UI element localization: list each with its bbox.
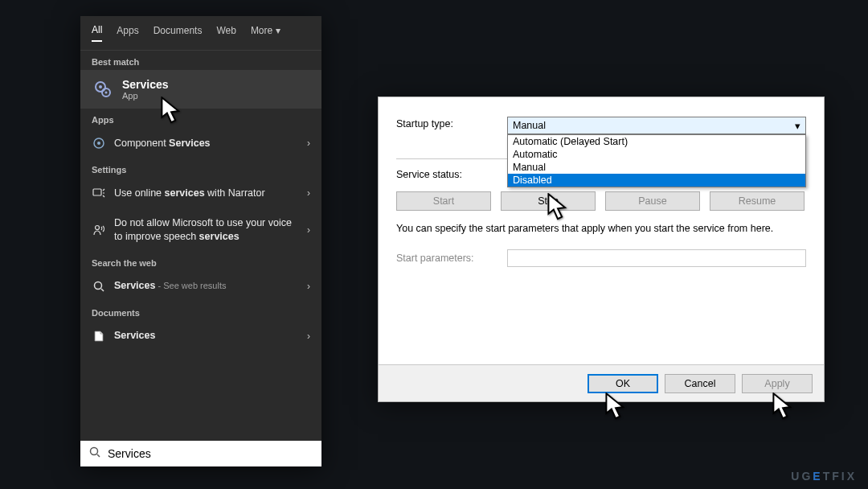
best-match-item[interactable]: Services App	[80, 70, 321, 109]
cancel-button[interactable]: Cancel	[665, 374, 735, 393]
combo-option-automatic[interactable]: Automatic	[508, 148, 805, 161]
chevron-right-icon: ›	[307, 187, 310, 199]
start-parameters-input	[507, 249, 806, 267]
svg-line-9	[101, 289, 104, 291]
start-parameters-label: Start parameters:	[396, 253, 497, 264]
stop-button[interactable]: Stop	[501, 191, 596, 211]
svg-point-2	[99, 85, 102, 88]
documents-header: Documents	[80, 302, 321, 321]
document-item-services[interactable]: Services ›	[80, 321, 321, 351]
setting-item-narrator[interactable]: Use online services with Narrator ›	[80, 178, 321, 208]
resume-button[interactable]: Resume	[710, 191, 805, 211]
watermark: UGETFIX	[791, 470, 857, 483]
service-status-label: Service status:	[396, 169, 497, 180]
combo-option-disabled[interactable]: Disabled	[508, 174, 805, 187]
start-button[interactable]: Start	[396, 191, 491, 211]
chevron-down-icon: ▾	[795, 120, 800, 132]
svg-point-8	[95, 281, 102, 289]
chevron-down-icon: ▾	[276, 25, 280, 36]
parameters-hint: You can specify the start parameters tha…	[396, 222, 806, 236]
best-match-header: Best match	[80, 51, 321, 70]
service-properties-dialog: Startup type: Manual ▾ Automatic (Delaye…	[378, 97, 825, 402]
tab-more[interactable]: More ▾	[251, 25, 280, 41]
search-box[interactable]	[80, 441, 321, 466]
best-match-title: Services	[122, 78, 169, 91]
start-menu-panel: All Apps Documents Web More ▾ Best match…	[80, 16, 321, 466]
tab-all[interactable]: All	[92, 24, 102, 42]
tab-web[interactable]: Web	[216, 25, 235, 41]
settings-header: Settings	[80, 158, 321, 178]
svg-rect-6	[93, 189, 101, 195]
start-tabs: All Apps Documents Web More ▾	[80, 16, 321, 51]
chevron-right-icon: ›	[307, 331, 310, 342]
narrator-icon	[92, 186, 106, 200]
app-item-component-services[interactable]: Component Services ›	[80, 128, 321, 158]
search-icon	[92, 279, 106, 294]
ok-button[interactable]: OK	[588, 374, 658, 393]
startup-type-combo[interactable]: Manual ▾ Automatic (Delayed Start) Autom…	[507, 117, 806, 134]
combo-option-manual[interactable]: Manual	[508, 161, 805, 174]
chevron-right-icon: ›	[307, 281, 310, 292]
chevron-right-icon: ›	[307, 138, 310, 149]
web-result-item[interactable]: Services - See web results ›	[80, 271, 321, 302]
best-match-subtitle: App	[122, 91, 169, 101]
web-header: Search the web	[80, 252, 321, 271]
search-icon	[88, 446, 101, 462]
svg-line-11	[97, 454, 100, 457]
apply-button[interactable]: Apply	[742, 374, 813, 393]
component-services-icon	[92, 136, 106, 150]
pause-button[interactable]: Pause	[605, 191, 700, 211]
tab-apps[interactable]: Apps	[117, 25, 138, 41]
search-input[interactable]	[108, 447, 313, 460]
dialog-footer: OK Cancel Apply	[379, 364, 824, 401]
startup-type-dropdown: Automatic (Delayed Start) Automatic Manu…	[507, 134, 806, 187]
svg-point-5	[97, 142, 100, 145]
svg-point-3	[105, 92, 108, 94]
setting-item-speech[interactable]: Do not allow Microsoft to use your voice…	[80, 208, 321, 252]
apps-header: Apps	[80, 109, 321, 128]
svg-point-7	[96, 225, 100, 229]
services-gear-icon	[92, 78, 114, 101]
svg-point-10	[91, 448, 98, 455]
document-icon	[92, 329, 106, 343]
chevron-right-icon: ›	[307, 224, 310, 236]
tab-documents[interactable]: Documents	[154, 25, 203, 41]
startup-type-label: Startup type:	[396, 117, 497, 129]
combo-option-automatic-delayed[interactable]: Automatic (Delayed Start)	[508, 135, 805, 148]
speech-icon	[92, 223, 106, 237]
